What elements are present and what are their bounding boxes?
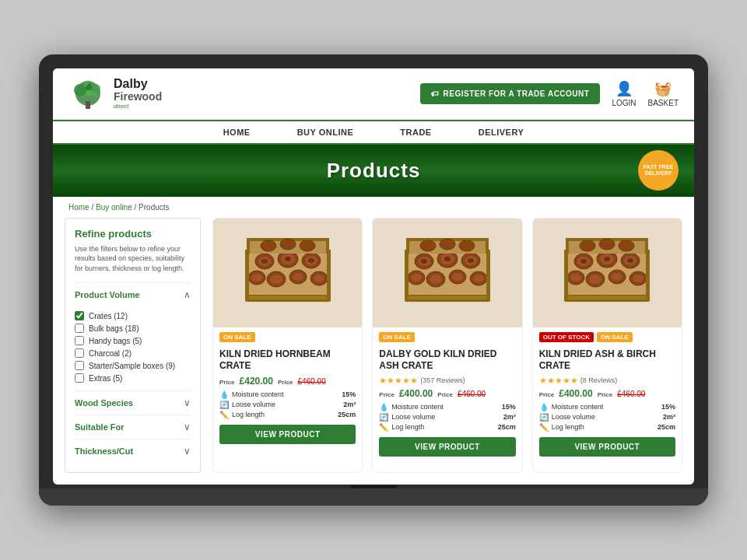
price-current-1: £420.00 [240, 376, 273, 387]
svg-point-63 [420, 240, 436, 251]
volume-icon-3: 🔄 [539, 413, 549, 422]
filter-wood-species[interactable]: Wood Species ∨ [75, 390, 191, 415]
view-product-button-1[interactable]: VIEW PRODUCT [219, 425, 356, 444]
filter-product-volume[interactable]: Product Volume ∧ [75, 282, 191, 306]
nav-home[interactable]: HOME [223, 128, 251, 137]
products-grid: ON SALE KILN DRIED HORNBEAM CRATE Price … [201, 218, 682, 474]
price-current-3: £400.00 [559, 388, 592, 399]
product-specs-1: 💧 Moisture content 15% 🔄 Loose volume 2m… [219, 390, 356, 420]
breadcrumb-home[interactable]: Home [68, 203, 89, 212]
spec-length-2: ✏️ Log length 25cm [379, 422, 515, 432]
price-row-2: Price £400.00 Price £460.00 [379, 388, 515, 399]
site-nav: HOME BUY ONLINE TRADE DELIVERY [53, 120, 694, 145]
filter-handy-bags[interactable]: Handy bags (5) [75, 334, 191, 347]
svg-rect-57 [486, 250, 490, 295]
svg-point-35 [300, 240, 315, 251]
stars-row-2: ★★★★★ (357 Reviews) [379, 376, 515, 386]
spec-volume-2: 🔄 Loose volume 2m³ [379, 412, 515, 422]
filter-bulk-bags[interactable]: Bulk bags (18) [75, 322, 191, 334]
star-rating-2: ★★★★★ [379, 376, 418, 386]
firewood-crate-svg-1 [237, 226, 338, 320]
logo-text: Dalby Firewood direct [114, 77, 162, 110]
product-info-3: KILN DRIED ASH & BIRCH CRATE ★★★★★ (8 Re… [533, 345, 682, 463]
product-name-2: DALBY GOLD KILN DRIED ASH CRATE [379, 348, 515, 373]
svg-rect-56 [405, 250, 409, 295]
svg-point-21 [270, 275, 282, 284]
svg-point-41 [421, 259, 427, 264]
svg-rect-37 [409, 296, 486, 299]
filter-charcoal[interactable]: Charcoal (2) [75, 347, 191, 359]
svg-point-44 [444, 257, 451, 261]
reviews-count-2: (357 Reviews) [420, 376, 465, 384]
nav-delivery[interactable]: DELIVERY [479, 128, 524, 137]
main-content: Refine products Use the filters below to… [53, 218, 694, 485]
svg-point-55 [473, 275, 484, 282]
filter-starter-boxes[interactable]: Starter/Sample boxes (9) [75, 359, 191, 372]
svg-point-83 [612, 273, 622, 281]
chevron-up-icon: ∧ [184, 289, 191, 300]
hero-banner: Products FAST FREE DELIVERY [53, 145, 694, 197]
volume-icon: 🔄 [219, 401, 229, 409]
product-card-3: OUT OF STOCK ON SALE KILN DRIED ASH & BI… [532, 218, 682, 474]
svg-rect-87 [646, 250, 650, 295]
moisture-icon: 💧 [219, 390, 229, 399]
chevron-down-icon-suitable: ∨ [184, 422, 191, 432]
register-trade-button[interactable]: 🏷 REGISTER FOR A TRADE ACCOUNT [420, 83, 600, 104]
svg-point-53 [452, 273, 463, 281]
view-product-button-2[interactable]: VIEW PRODUCT [379, 437, 515, 457]
svg-point-79 [570, 274, 581, 282]
view-product-button-3[interactable]: VIEW PRODUCT [539, 437, 675, 457]
page-title: Products [327, 159, 421, 183]
logo-icon [68, 76, 107, 111]
svg-point-51 [430, 275, 442, 284]
svg-rect-67 [568, 296, 646, 299]
price-row-3: Price £400.00 Price £460.00 [539, 388, 675, 399]
svg-point-5 [91, 84, 100, 93]
svg-point-74 [604, 257, 610, 261]
register-icon: 🏷 [431, 89, 440, 98]
svg-point-33 [261, 240, 276, 251]
nav-trade[interactable]: TRADE [400, 128, 431, 137]
svg-point-47 [468, 258, 474, 263]
product-card-1: ON SALE KILN DRIED HORNBEAM CRATE Price … [212, 218, 363, 474]
filter-extras[interactable]: Extras (5) [75, 372, 191, 384]
sidebar: Refine products Use the filters below to… [65, 218, 201, 474]
spec-moisture-3: 💧 Moisture content 15% [539, 402, 675, 412]
spec-length-1: ✏️ Log length 25cm [219, 410, 356, 420]
basket-button[interactable]: 🧺 BASKET [648, 80, 679, 107]
product-volume-items: Crates (12) Bulk bags (18) Handy bags (5… [75, 306, 191, 390]
filter-crates[interactable]: Crates (12) [75, 310, 191, 322]
price-old-3: £460.00 [617, 390, 645, 398]
product-specs-2: 💧 Moisture content 15% 🔄 Loose volume 2m… [379, 402, 515, 432]
checkbox-handy-bags[interactable] [75, 336, 84, 345]
product-info-1: KILN DRIED HORNBEAM CRATE Price £420.00 … [213, 345, 362, 450]
svg-point-71 [580, 259, 587, 264]
nav-buy-online[interactable]: BUY ONLINE [297, 128, 354, 137]
svg-point-94 [599, 239, 615, 250]
breadcrumb-buy-online[interactable]: Buy online [96, 203, 132, 212]
checkbox-extras[interactable] [75, 373, 84, 383]
basket-icon: 🧺 [654, 80, 672, 97]
checkbox-starter-boxes[interactable] [75, 361, 84, 370]
product-image-2 [373, 219, 521, 327]
moisture-icon-2: 💧 [379, 403, 388, 411]
spec-moisture-1: 💧 Moisture content 15% [219, 390, 356, 400]
product-badges-3: OUT OF STOCK ON SALE [533, 327, 682, 345]
filter-thickness-cut[interactable]: Thickness/Cut ∨ [75, 439, 191, 463]
refine-title: Refine products [75, 228, 191, 240]
laptop-base [39, 488, 708, 506]
checkbox-charcoal[interactable] [75, 348, 84, 358]
svg-point-25 [314, 275, 324, 282]
spec-volume-3: 🔄 Loose volume 2m³ [539, 412, 675, 422]
svg-point-85 [633, 275, 644, 282]
svg-point-64 [440, 239, 455, 250]
product-card-2: ON SALE DALBY GOLD KILN DRIED ASH CRATE … [372, 218, 522, 474]
checkbox-crates[interactable] [75, 311, 84, 320]
checkbox-bulk-bags[interactable] [75, 324, 84, 333]
spec-volume-1: 🔄 Loose volume 2m³ [219, 400, 356, 410]
login-button[interactable]: 👤 LOGIN [612, 80, 636, 107]
filter-suitable-for[interactable]: Suitable For ∨ [75, 415, 191, 439]
site-header: Dalby Firewood direct 🏷 REGISTER FOR A T… [53, 68, 694, 120]
product-image-3 [533, 219, 682, 327]
logo: Dalby Firewood direct [68, 76, 162, 111]
